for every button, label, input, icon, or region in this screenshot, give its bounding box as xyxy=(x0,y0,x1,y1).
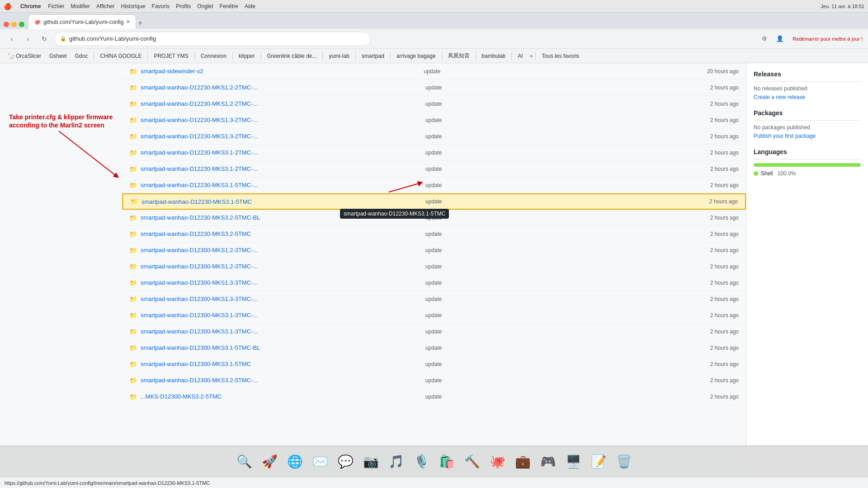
bookmark-orcaslicer[interactable]: 🦙 OrcaSlicer xyxy=(5,52,44,61)
file-name[interactable]: smartpad-sidewinder-x2 xyxy=(141,68,424,75)
bookmark-gdoc[interactable]: Gdoc xyxy=(72,52,91,61)
table-row[interactable]: 📁 smartpad-wanhao-D12300-MKS3.1-5TMC-BL … xyxy=(122,340,746,356)
dock-trash[interactable]: 🗑️ xyxy=(612,450,636,474)
extensions-button[interactable]: ⚙ xyxy=(758,33,771,45)
dock-terminal[interactable]: 🖥️ xyxy=(561,450,585,474)
menu-modifier[interactable]: Modifier xyxy=(71,3,90,9)
minimize-button[interactable] xyxy=(11,22,17,27)
menu-profils[interactable]: Profils xyxy=(176,3,191,9)
file-name[interactable]: smartpad-wanhao-D12300-MKS1.3-3TMC-... xyxy=(141,279,425,286)
dock-finder[interactable]: 🔍 xyxy=(232,450,256,474)
bookmark-smartpad[interactable]: smartpad xyxy=(359,52,387,61)
table-row[interactable]: 📁 smartpad-wanhao-D12300-MKS1.3-3TMC-...… xyxy=(122,291,746,307)
table-row[interactable]: 📁 smartpad-wanhao-D12230-MKS1.3-2TMC-...… xyxy=(122,128,746,145)
active-tab[interactable]: 🐙 github.com/Yumi-Lab/yumi-config ✕ xyxy=(28,14,136,29)
apple-menu[interactable]: 🍎 xyxy=(4,3,11,10)
menu-afficher[interactable]: Afficher xyxy=(96,3,114,9)
dock-vscode[interactable]: 📝 xyxy=(587,450,610,474)
bookmark-projet-yms[interactable]: PROJET YMS xyxy=(151,52,191,61)
table-row[interactable]: 📁 smartpad-wanhao-D12300-MKS1.3-3TMC-...… xyxy=(122,275,746,291)
bookmark-ai[interactable]: AI xyxy=(514,52,526,61)
menu-favoris[interactable]: Favoris xyxy=(152,3,170,9)
file-time: 2 hours ago xyxy=(710,231,739,237)
profile-button[interactable]: 👤 xyxy=(774,33,786,45)
table-row[interactable]: 📁 smartpad-wanhao-D12300-MKS3.1-3TMC-...… xyxy=(122,307,746,324)
dock-messages[interactable]: 💬 xyxy=(334,450,357,474)
file-name[interactable]: smartpad-wanhao-D12230-MKS1.2-2TMC-... xyxy=(141,100,425,107)
table-row[interactable]: 📁 smartpad-wanhao-D12300-MKS1.2-3TMC-...… xyxy=(122,242,746,258)
file-name[interactable]: smartpad-wanhao-D12300-MKS1.2-3TMC-... xyxy=(141,247,425,253)
publish-package-link[interactable]: Publish your first package xyxy=(754,133,816,139)
file-name[interactable]: smartpad-wanhao-D12230-MKS1.3-2TMC-... xyxy=(141,133,425,140)
file-name[interactable]: smartpad-wanhao-D12300-MKS3.1-3TMC-... xyxy=(141,312,425,319)
dock-podcasts[interactable]: 🎙️ xyxy=(410,450,433,474)
bookmark-yumi-lab[interactable]: yumi-lab xyxy=(326,52,352,61)
more-bookmarks[interactable]: » xyxy=(530,53,533,59)
menu-fenetre[interactable]: Fenêtre xyxy=(220,3,238,9)
bookmark-gsheet[interactable]: Gsheet xyxy=(46,52,70,61)
menu-aide[interactable]: Aide xyxy=(245,3,255,9)
file-name[interactable]: smartpad-wanhao-D12300-MKS3.1-5TMC-BL xyxy=(141,344,425,351)
close-button[interactable] xyxy=(4,22,9,27)
bookmark-arrivage[interactable]: arrivage bagage xyxy=(393,52,439,61)
dock-slack[interactable]: 💼 xyxy=(511,450,534,474)
file-name[interactable]: smartpad-wanhao-D12230-MKS3.2-5TMC xyxy=(141,230,425,237)
file-name[interactable]: smartpad-wanhao-D12230-MKS1.3-2TMC-... xyxy=(141,117,425,123)
dock-mail[interactable]: ✉️ xyxy=(308,450,332,474)
url-bar[interactable]: 🔒 github.com/Yumi-Lab/yumi-config xyxy=(54,32,371,46)
file-name[interactable]: ...MKS-D12300-MKS3.2-5TMC xyxy=(141,393,425,400)
menu-historique[interactable]: Historique xyxy=(121,3,146,9)
menu-fichier[interactable]: Fichier xyxy=(48,3,64,9)
table-row[interactable]: 📁 smartpad-wanhao-D12230-MKS3.1-2TMC-...… xyxy=(122,161,746,177)
file-name[interactable]: smartpad-wanhao-D12300-MKS1.2-3TMC-... xyxy=(141,263,425,270)
table-row[interactable]: 📁 ...MKS-D12300-MKS3.2-5TMC update 2 hou… xyxy=(122,389,746,405)
dock-launchpad[interactable]: 🚀 xyxy=(258,450,281,474)
table-row[interactable]: 📁 smartpad-wanhao-D12300-MKS1.2-3TMC-...… xyxy=(122,258,746,275)
table-row[interactable]: 📁 smartpad-wanhao-D12230-MKS3.1-2TMC-...… xyxy=(122,145,746,161)
bookmark-klipper[interactable]: klipper xyxy=(236,52,258,61)
table-row[interactable]: 📁 smartpad-wanhao-D12230-MKS3.1-5TMC-...… xyxy=(122,177,746,193)
create-release-link[interactable]: Create a new release xyxy=(754,94,805,100)
dock-music[interactable]: 🎵 xyxy=(384,450,408,474)
table-row[interactable]: 📁 smartpad-wanhao-D12230-MKS3.2-5TMC upd… xyxy=(122,226,746,242)
file-name[interactable]: smartpad-wanhao-D12300-MKS3.1-3TMC-... xyxy=(141,328,425,335)
mac-topbar: 🍎 Chrome Fichier Modifier Afficher Histo… xyxy=(0,0,868,13)
file-name-highlighted[interactable]: smartpad-wanhao-D12230-MKS3.1-5TMC xyxy=(142,198,425,205)
folder-icon: 📁 xyxy=(129,182,137,189)
dock-discord[interactable]: 🎮 xyxy=(536,450,560,474)
dock-xcode[interactable]: 🔨 xyxy=(460,450,484,474)
bookmark-greenlink[interactable]: Greenlink câble de... xyxy=(264,52,320,61)
table-row[interactable]: 📁 smartpad-wanhao-D12230-MKS1.2-2TMC-...… xyxy=(122,80,746,96)
dock-appstore[interactable]: 🛍️ xyxy=(435,450,458,474)
forward-button[interactable]: › xyxy=(22,33,34,45)
new-tab-button[interactable]: + xyxy=(138,19,142,27)
dock-github[interactable]: 🐙 xyxy=(486,450,509,474)
dock-photos[interactable]: 📷 xyxy=(359,450,382,474)
file-name[interactable]: smartpad-wanhao-D12230-MKS3.1-2TMC-... xyxy=(141,165,425,172)
maximize-button[interactable] xyxy=(19,22,24,27)
bookmark-all-favorites[interactable]: Tous les favoris xyxy=(538,52,582,61)
file-name[interactable]: smartpad-wanhao-D12300-MKS1.3-3TMC-... xyxy=(141,296,425,302)
file-name[interactable]: smartpad-wanhao-D12230-MKS3.1-5TMC-... xyxy=(141,182,425,188)
file-name[interactable]: smartpad-wanhao-D12300-MKS3.1-5TMC xyxy=(141,361,425,367)
bookmark-china-google[interactable]: CHINA GOOGLE xyxy=(97,52,145,61)
table-row[interactable]: 📁 smartpad-wanhao-D12230-MKS1.3-2TMC-...… xyxy=(122,112,746,128)
table-row[interactable]: 📁 smartpad-wanhao-D12300-MKS3.2-5TMC-...… xyxy=(122,372,746,389)
back-button[interactable]: ‹ xyxy=(5,33,18,45)
table-row[interactable]: 📁 smartpad-sidewinder-x2 update 20 hours… xyxy=(122,63,746,80)
menu-onglet[interactable]: Onglet xyxy=(197,3,213,9)
table-row[interactable]: 📁 smartpad-wanhao-D12230-MKS1.2-2TMC-...… xyxy=(122,96,746,112)
bookmark-bambulab[interactable]: bambulab xyxy=(479,52,509,61)
file-name[interactable]: smartpad-wanhao-D12230-MKS3.1-2TMC-... xyxy=(141,149,425,156)
file-name[interactable]: smartpad-wanhao-D12230-MKS1.2-2TMC-... xyxy=(141,84,425,91)
packages-text: No packages published xyxy=(754,124,861,131)
table-row[interactable]: 📁 smartpad-wanhao-D12300-MKS3.1-3TMC-...… xyxy=(122,324,746,340)
bookmark-connexion[interactable]: Connexion xyxy=(198,52,230,61)
highlighted-row[interactable]: 📁 smartpad-wanhao-D12230-MKS3.1-5TMC upd… xyxy=(122,193,746,210)
bookmark-fenghuang[interactable]: 凤凰知音 xyxy=(445,51,473,61)
tab-close-icon[interactable]: ✕ xyxy=(126,19,130,25)
dock-chrome[interactable]: 🌐 xyxy=(283,450,307,474)
refresh-button[interactable]: ↻ xyxy=(38,33,51,45)
table-row[interactable]: 📁 smartpad-wanhao-D12300-MKS3.1-5TMC upd… xyxy=(122,356,746,372)
file-name[interactable]: smartpad-wanhao-D12300-MKS3.2-5TMC-... xyxy=(141,377,425,384)
